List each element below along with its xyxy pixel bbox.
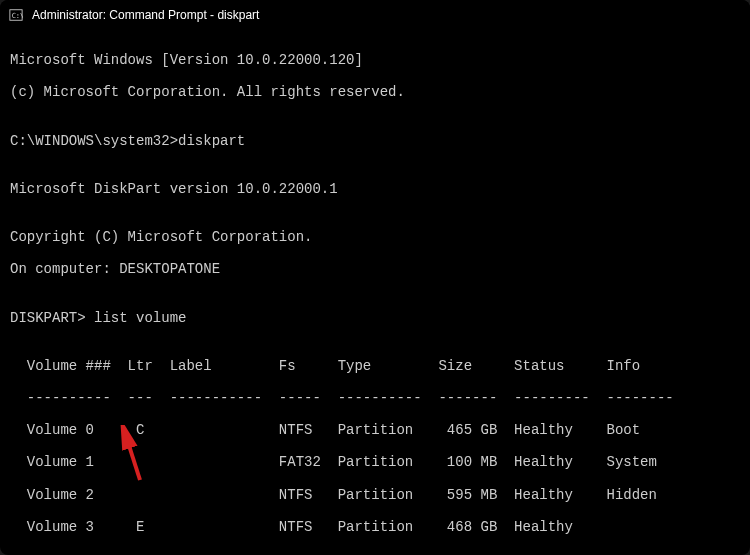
table-header: Volume ### Ltr Label Fs Type Size Status… [10, 358, 740, 374]
output-line: On computer: DESKTOPATONE [10, 261, 740, 277]
table-row: Volume 3 E NTFS Partition 468 GB Healthy [10, 519, 740, 535]
cmd-icon: C:\ [8, 7, 24, 23]
command-prompt-window: C:\ Administrator: Command Prompt - disk… [0, 0, 750, 555]
output-line: (c) Microsoft Corporation. All rights re… [10, 84, 740, 100]
prompt-line: DISKPART> list volume [10, 310, 740, 326]
svg-text:C:\: C:\ [12, 11, 23, 19]
table-divider: ---------- --- ----------- ----- -------… [10, 390, 740, 406]
terminal-output[interactable]: Microsoft Windows [Version 10.0.22000.12… [0, 30, 750, 555]
table-row: Volume 1 FAT32 Partition 100 MB Healthy … [10, 454, 740, 470]
table-row: Volume 0 C NTFS Partition 465 GB Healthy… [10, 422, 740, 438]
output-line: Microsoft DiskPart version 10.0.22000.1 [10, 181, 740, 197]
output-line: Copyright (C) Microsoft Corporation. [10, 229, 740, 245]
table-row: Volume 2 NTFS Partition 595 MB Healthy H… [10, 487, 740, 503]
titlebar[interactable]: C:\ Administrator: Command Prompt - disk… [0, 0, 750, 30]
prompt-line: C:\WINDOWS\system32>diskpart [10, 133, 740, 149]
window-title: Administrator: Command Prompt - diskpart [32, 8, 259, 22]
diskpart-prompt: DISKPART> [10, 310, 94, 326]
command-text: list volume [94, 310, 186, 326]
command-text: diskpart [178, 133, 245, 149]
prompt-path: C:\WINDOWS\system32> [10, 133, 178, 149]
output-line: Microsoft Windows [Version 10.0.22000.12… [10, 52, 740, 68]
